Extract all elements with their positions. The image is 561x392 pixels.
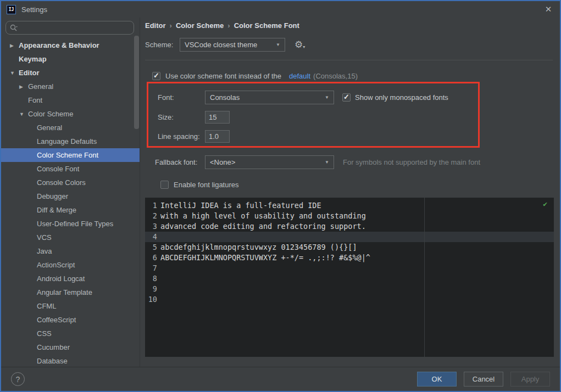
section-divider xyxy=(145,60,553,60)
breadcrumb-separator: › xyxy=(170,21,172,30)
fallback-font-dropdown[interactable]: <None> ▼ xyxy=(205,155,334,169)
preview-line: 7 xyxy=(145,263,554,273)
sidebar-item-label: Console Colors xyxy=(37,178,86,187)
sidebar-item-label: Console Font xyxy=(37,165,79,173)
line-number: 1 xyxy=(145,200,157,211)
sidebar-item-label: CFML xyxy=(37,302,56,310)
use-scheme-font-row: Use color scheme font instead of the def… xyxy=(152,71,358,80)
scheme-value: VSCode closest theme xyxy=(185,41,257,49)
sidebar-item-java[interactable]: Java xyxy=(1,244,140,258)
fallback-font-value: <None> xyxy=(210,158,235,166)
ligatures-row: Enable font ligatures xyxy=(160,181,239,189)
sidebar-item-label: User-Defined File Types xyxy=(37,220,113,228)
sidebar-item-language-defaults[interactable]: Language Defaults xyxy=(1,135,140,148)
inspections-ok-icon: ✔ xyxy=(543,200,547,208)
size-input[interactable]: 15 xyxy=(205,111,230,124)
sidebar-item-debugger[interactable]: Debugger xyxy=(1,189,140,203)
sidebar-item-general[interactable]: General xyxy=(1,121,140,135)
line-text: IntelliJ IDEA is a full-featured IDE xyxy=(160,200,321,211)
sidebar-item-actionscript[interactable]: ActionScript xyxy=(1,258,140,272)
line-text: with a high level of usability and outst… xyxy=(160,211,366,221)
line-spacing-label: Line spacing: xyxy=(158,132,205,141)
sidebar-item-angular-template[interactable]: Angular Template xyxy=(1,285,140,299)
apply-button[interactable]: Apply xyxy=(510,372,550,387)
preview-line: 9 xyxy=(145,284,554,294)
sidebar-item-user-defined-file-types[interactable]: User-Defined File Types xyxy=(1,217,140,231)
scheme-dropdown[interactable]: VSCode closest theme ▼ xyxy=(180,38,285,52)
sidebar-item-diff-merge[interactable]: Diff & Merge xyxy=(1,203,140,217)
main-panel: Editor›Color Scheme›Color Scheme Font Sc… xyxy=(140,18,560,367)
use-scheme-font-label: Use color scheme font instead of the xyxy=(165,72,281,80)
preview-line: 5abcdefghijklmnopqrstuvwxyz 0123456789 (… xyxy=(145,242,554,253)
sidebar-item-label: Diff & Merge xyxy=(37,206,76,214)
breadcrumb: Editor›Color Scheme›Color Scheme Font xyxy=(145,21,299,30)
sidebar-item-console-colors[interactable]: Console Colors xyxy=(1,176,140,189)
monospaced-option: Show only monospaced fonts xyxy=(342,93,448,102)
sidebar-item-cucumber[interactable]: Cucumber xyxy=(1,340,140,354)
sidebar-item-label: CSS xyxy=(37,329,52,338)
chevron-down-icon: ▼ xyxy=(276,42,280,47)
sidebar-item-keymap[interactable]: Keymap xyxy=(1,52,140,66)
sidebar-item-vcs[interactable]: VCS xyxy=(1,231,140,244)
sidebar-item-font[interactable]: Font xyxy=(1,93,140,107)
size-value: 15 xyxy=(209,113,216,121)
monospaced-checkbox[interactable] xyxy=(342,93,351,102)
preview-line: 2with a high level of usability and outs… xyxy=(145,211,554,221)
sidebar-item-android-logcat[interactable]: Android Logcat xyxy=(1,272,140,285)
sidebar-item-label: Java xyxy=(37,247,52,255)
close-icon[interactable]: ✕ xyxy=(542,4,554,14)
ligatures-label: Enable font ligatures xyxy=(174,181,239,189)
sidebar-item-css[interactable]: CSS xyxy=(1,327,140,340)
sidebar-item-editor[interactable]: ▼Editor xyxy=(1,66,140,80)
sidebar-scrollbar[interactable] xyxy=(134,36,139,129)
settings-sidebar: ▶Appearance & BehaviorKeymap▼Editor▶Gene… xyxy=(1,18,140,367)
line-text: abcdefghijklmnopqrstuvwxyz 0123456789 ()… xyxy=(160,242,357,253)
sidebar-item-label: Language Defaults xyxy=(37,137,97,145)
ok-button[interactable]: OK xyxy=(417,372,457,387)
line-number: 9 xyxy=(145,284,157,294)
ligatures-checkbox[interactable] xyxy=(160,181,169,189)
default-font-value: (Consolas,15) xyxy=(313,72,358,80)
chevron-right-icon[interactable]: ▶ xyxy=(10,43,19,48)
preview-line: 1IntelliJ IDEA is a full-featured IDE xyxy=(145,200,554,211)
sidebar-item-general[interactable]: ▶General xyxy=(1,80,140,93)
breadcrumb-part[interactable]: Editor xyxy=(145,21,166,30)
default-font-link[interactable]: default xyxy=(289,72,310,80)
font-value: Consolas xyxy=(210,93,240,102)
preview-line: 6ABCDEFGHIJKLMNOPQRSTUVWXYZ +-*/= .,;:!?… xyxy=(145,253,554,263)
line-number: 2 xyxy=(145,211,157,221)
sidebar-item-label: Android Logcat xyxy=(37,275,85,283)
font-preview-editor[interactable]: ✔ 1IntelliJ IDEA is a full-featured IDE2… xyxy=(145,198,554,357)
breadcrumb-part[interactable]: Color Scheme xyxy=(176,21,224,30)
chevron-right-icon[interactable]: ▶ xyxy=(19,84,28,89)
help-button[interactable]: ? xyxy=(11,372,25,386)
search-input[interactable] xyxy=(5,21,134,35)
sidebar-item-cfml[interactable]: CFML xyxy=(1,299,140,313)
chevron-down-icon[interactable]: ▼ xyxy=(19,111,28,117)
scheme-actions-button[interactable]: ⚙▾ xyxy=(295,40,305,49)
sidebar-item-label: Appearance & Behavior xyxy=(19,41,99,49)
preview-line: 3advanced code editing and refactoring s… xyxy=(145,221,554,232)
sidebar-item-database[interactable]: Database xyxy=(1,354,140,368)
search-icon xyxy=(10,24,18,32)
sidebar-item-label: Debugger xyxy=(37,192,68,200)
gear-icon: ⚙ xyxy=(295,40,303,50)
line-text: ABCDEFGHIJKLMNOPQRSTUVWXYZ +-*/= .,;:!? … xyxy=(160,253,370,263)
sidebar-item-coffeescript[interactable]: CoffeeScript xyxy=(1,313,140,327)
chevron-down-icon[interactable]: ▼ xyxy=(10,70,19,76)
breadcrumb-part[interactable]: Color Scheme Font xyxy=(234,21,299,30)
sidebar-item-label: Database xyxy=(37,357,68,365)
size-label: Size: xyxy=(158,113,205,121)
use-scheme-font-checkbox[interactable] xyxy=(152,72,160,80)
sidebar-item-color-scheme[interactable]: ▼Color Scheme xyxy=(1,107,140,121)
line-spacing-input[interactable]: 1.0 xyxy=(205,130,230,143)
line-spacing-value: 1.0 xyxy=(209,132,219,141)
gear-dropdown-arrow-icon: ▾ xyxy=(303,44,305,49)
sidebar-item-label: Cucumber xyxy=(37,343,70,351)
sidebar-item-color-scheme-font[interactable]: Color Scheme Font xyxy=(1,148,140,162)
font-row: Font: Consolas ▼ Show only monospaced fo… xyxy=(158,91,448,104)
sidebar-item-console-font[interactable]: Console Font xyxy=(1,162,140,176)
cancel-button[interactable]: Cancel xyxy=(464,372,503,387)
sidebar-item-appearance-behavior[interactable]: ▶Appearance & Behavior xyxy=(1,38,140,52)
font-dropdown[interactable]: Consolas ▼ xyxy=(205,91,334,104)
